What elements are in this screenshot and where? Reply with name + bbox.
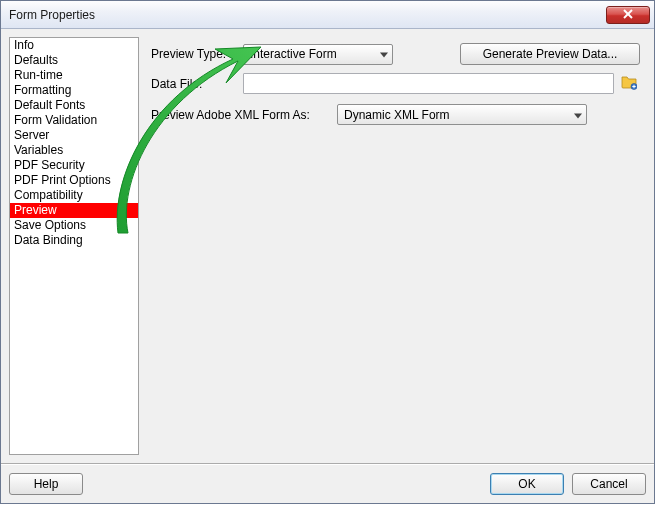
data-file-input[interactable] (243, 73, 614, 94)
sidebar-item-compatibility[interactable]: Compatibility (10, 188, 138, 203)
ok-button[interactable]: OK (490, 473, 564, 495)
form-properties-dialog: Form Properties InfoDefaultsRun-timeForm… (0, 0, 655, 504)
preview-type-value: Interactive Form (250, 47, 337, 61)
preview-adobe-value: Dynamic XML Form (344, 108, 450, 122)
sidebar-item-variables[interactable]: Variables (10, 143, 138, 158)
close-icon (623, 8, 633, 22)
svg-marker-4 (574, 113, 582, 118)
sidebar-item-preview[interactable]: Preview (10, 203, 138, 218)
dialog-footer: Help OK Cancel (1, 463, 654, 503)
generate-preview-data-button[interactable]: Generate Preview Data... (460, 43, 640, 65)
sidebar-item-form-validation[interactable]: Form Validation (10, 113, 138, 128)
window-title: Form Properties (9, 8, 95, 22)
help-button[interactable]: Help (9, 473, 83, 495)
sidebar-item-server[interactable]: Server (10, 128, 138, 143)
data-file-row: Data File: (151, 73, 640, 94)
sidebar-item-run-time[interactable]: Run-time (10, 68, 138, 83)
sidebar-item-formatting[interactable]: Formatting (10, 83, 138, 98)
browse-button[interactable] (620, 75, 638, 93)
preview-type-row: Preview Type: Interactive Form Generate … (151, 41, 640, 67)
preview-type-combo[interactable]: Interactive Form (243, 44, 393, 65)
sidebar-item-pdf-security[interactable]: PDF Security (10, 158, 138, 173)
dialog-body: InfoDefaultsRun-timeFormattingDefault Fo… (1, 29, 654, 463)
preview-adobe-row: Preview Adobe XML Form As: Dynamic XML F… (151, 104, 640, 125)
folder-icon (621, 74, 637, 93)
sidebar-item-pdf-print-options[interactable]: PDF Print Options (10, 173, 138, 188)
sidebar-item-data-binding[interactable]: Data Binding (10, 233, 138, 248)
preview-panel: Preview Type: Interactive Form Generate … (145, 37, 646, 455)
chevron-down-icon (380, 47, 388, 61)
sidebar-item-defaults[interactable]: Defaults (10, 53, 138, 68)
sidebar-item-save-options[interactable]: Save Options (10, 218, 138, 233)
sidebar-item-default-fonts[interactable]: Default Fonts (10, 98, 138, 113)
sidebar-item-info[interactable]: Info (10, 38, 138, 53)
preview-adobe-label: Preview Adobe XML Form As: (151, 108, 331, 122)
chevron-down-icon (574, 108, 582, 122)
cancel-button[interactable]: Cancel (572, 473, 646, 495)
svg-marker-2 (380, 53, 388, 58)
preview-type-label: Preview Type: (151, 47, 237, 61)
preview-adobe-combo[interactable]: Dynamic XML Form (337, 104, 587, 125)
data-file-label: Data File: (151, 77, 237, 91)
titlebar: Form Properties (1, 1, 654, 29)
category-list[interactable]: InfoDefaultsRun-timeFormattingDefault Fo… (9, 37, 139, 455)
close-button[interactable] (606, 6, 650, 24)
